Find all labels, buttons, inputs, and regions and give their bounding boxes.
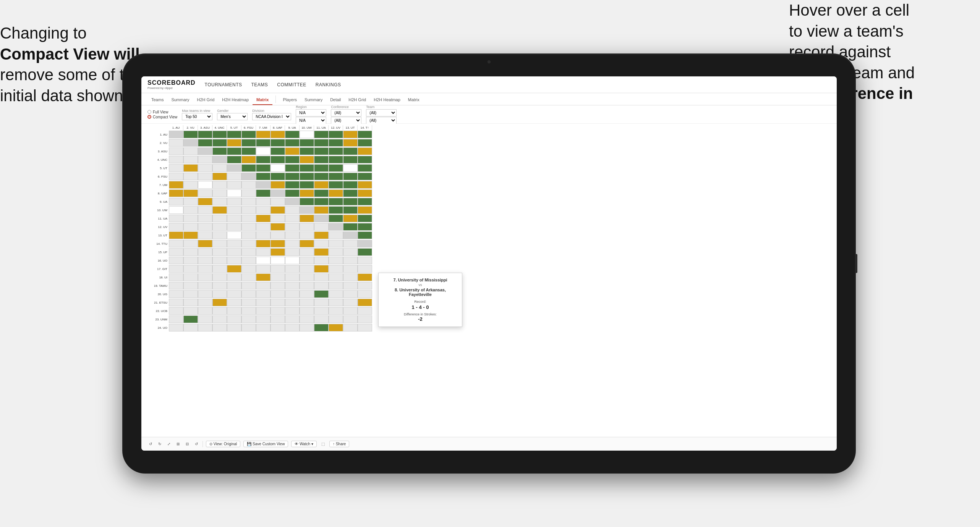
cell-0-1[interactable] [183,131,198,138]
cell-14-0[interactable] [169,248,183,256]
cell-22-0[interactable] [169,315,183,323]
cell-20-12[interactable] [343,299,358,306]
cell-21-12[interactable] [343,307,358,315]
cell-13-3[interactable] [212,240,227,247]
cell-12-2[interactable] [198,231,212,239]
cell-12-0[interactable] [169,231,183,239]
cell-18-6[interactable] [256,282,271,289]
cell-11-3[interactable] [212,223,227,231]
cell-3-7[interactable] [271,156,285,163]
cell-11-10[interactable] [314,223,329,231]
cell-17-0[interactable] [169,273,183,281]
cell-12-7[interactable] [271,231,285,239]
tab-teams[interactable]: Teams [147,95,167,105]
cell-4-9[interactable] [300,164,314,172]
cell-2-12[interactable] [343,147,358,155]
cell-2-11[interactable] [329,147,343,155]
cell-5-9[interactable] [300,173,314,180]
gender-select[interactable]: Men's [217,113,248,120]
cell-19-11[interactable] [329,290,343,298]
cell-14-2[interactable] [198,248,212,256]
cell-20-0[interactable] [169,299,183,306]
cell-1-13[interactable] [358,139,372,147]
cell-23-3[interactable] [212,324,227,331]
cell-19-9[interactable] [300,290,314,298]
cell-5-7[interactable] [271,173,285,180]
cell-12-10[interactable] [314,231,329,239]
cell-7-12[interactable] [343,189,358,197]
cell-2-7[interactable] [271,147,285,155]
cell-21-5[interactable] [241,307,256,315]
cell-5-10[interactable] [314,173,329,180]
tab-matrix1[interactable]: Matrix [253,95,272,105]
cell-0-12[interactable] [343,131,358,138]
compact-view-option[interactable]: Compact View [147,115,177,119]
cell-2-1[interactable] [183,147,198,155]
cell-19-5[interactable] [241,290,256,298]
cell-14-1[interactable] [183,248,198,256]
cell-20-5[interactable] [241,299,256,306]
cell-7-0[interactable] [169,189,183,197]
cell-1-9[interactable] [300,139,314,147]
cell-20-11[interactable] [329,299,343,306]
cell-7-6[interactable] [256,189,271,197]
cell-8-0[interactable] [169,198,183,205]
cell-2-4[interactable] [227,147,241,155]
cell-23-11[interactable] [329,324,343,331]
cell-11-13[interactable] [358,223,372,231]
cell-8-11[interactable] [329,198,343,205]
cell-15-12[interactable] [343,257,358,264]
cell-0-8[interactable] [285,131,300,138]
toolbar-btn2[interactable]: ⊞ [175,441,181,447]
cell-3-8[interactable] [285,156,300,163]
share-btn[interactable]: ↑ Share [329,441,349,447]
cell-20-8[interactable] [285,299,300,306]
cell-13-7[interactable] [271,240,285,247]
cell-19-0[interactable] [169,290,183,298]
cell-4-3[interactable] [212,164,227,172]
cell-19-12[interactable] [343,290,358,298]
nav-tournaments[interactable]: TOURNAMENTS [205,82,242,87]
cell-9-10[interactable] [314,206,329,214]
cell-2-2[interactable] [198,147,212,155]
full-view-radio[interactable] [147,110,151,114]
cell-19-1[interactable] [183,290,198,298]
cell-14-8[interactable] [285,248,300,256]
cell-20-13[interactable] [358,299,372,306]
cell-4-5[interactable] [241,164,256,172]
cell-14-11[interactable] [329,248,343,256]
matrix-area[interactable]: 1. AU2. VU3. ASU4. UNC5. UT6. FSU7. UM8.… [141,124,837,437]
cell-16-3[interactable] [212,265,227,273]
cell-16-0[interactable] [169,265,183,273]
cell-4-12[interactable] [343,164,358,172]
cell-15-4[interactable] [227,257,241,264]
cell-10-6[interactable] [256,215,271,222]
cell-8-6[interactable] [256,198,271,205]
cell-16-13[interactable] [358,265,372,273]
cell-19-3[interactable] [212,290,227,298]
cell-9-3[interactable] [212,206,227,214]
cell-15-11[interactable] [329,257,343,264]
toolbar-btn1[interactable]: ⤢ [166,441,172,447]
cell-12-11[interactable] [329,231,343,239]
tab-h2h-grid1[interactable]: H2H Grid [193,95,218,105]
cell-23-6[interactable] [256,324,271,331]
cell-0-10[interactable] [314,131,329,138]
cell-7-9[interactable] [300,189,314,197]
cell-3-5[interactable] [241,156,256,163]
cell-12-12[interactable] [343,231,358,239]
cell-14-7[interactable] [271,248,285,256]
cell-7-7[interactable] [271,189,285,197]
cell-1-10[interactable] [314,139,329,147]
tab-summary1[interactable]: Summary [167,95,193,105]
cell-18-0[interactable] [169,282,183,289]
cell-22-4[interactable] [227,315,241,323]
cell-11-6[interactable] [256,223,271,231]
cell-8-4[interactable] [227,198,241,205]
cell-21-2[interactable] [198,307,212,315]
cell-14-13[interactable] [358,248,372,256]
cell-19-8[interactable] [285,290,300,298]
cell-4-1[interactable] [183,164,198,172]
cell-8-3[interactable] [212,198,227,205]
cell-14-4[interactable] [227,248,241,256]
